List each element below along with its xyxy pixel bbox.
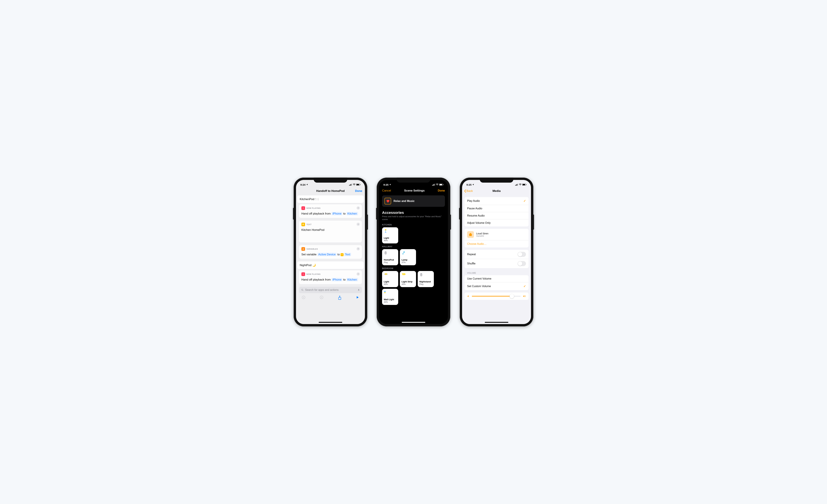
accessory-tile[interactable]: NightstandPlay (418, 271, 434, 287)
accessory-tile[interactable]: Wall Light42% (382, 289, 398, 305)
shortcut-section-header[interactable]: NightPod 🌙 (297, 261, 363, 269)
scene-icon-picker[interactable] (384, 198, 391, 204)
audio-group: Loud Siren HomeKit Choose Audio… (465, 229, 529, 247)
token-variable-value[interactable]: Text (344, 253, 351, 256)
svg-rect-13 (432, 185, 433, 186)
svg-rect-32 (516, 185, 517, 186)
token-destination[interactable]: Kitchen (346, 212, 358, 215)
redo-icon[interactable] (320, 296, 324, 299)
accessory-tile[interactable]: Lamp37% (400, 249, 416, 265)
tile-grid: Light40% (382, 227, 445, 243)
set-custom-volume-row[interactable]: Set Custom Volume ✓ (465, 283, 529, 290)
svg-rect-0 (349, 185, 350, 186)
heart-icon (386, 199, 390, 203)
undo-icon[interactable] (302, 296, 305, 299)
action-type-label: NOW PLAYING (306, 273, 321, 275)
status-time: 9:25 (383, 183, 388, 186)
accessories-heading: Accessories (382, 210, 445, 215)
media-action-row[interactable]: Adjust Volume Only (465, 219, 529, 226)
use-current-volume-row[interactable]: Use Current Volume (465, 275, 529, 283)
svg-rect-31 (515, 185, 516, 186)
checkmark-icon: ✓ (524, 285, 526, 288)
run-icon[interactable] (356, 296, 359, 299)
battery-icon (439, 184, 444, 186)
home-indicator[interactable] (402, 322, 425, 323)
accessory-tile[interactable]: Light42% (382, 271, 398, 287)
token-source-device[interactable]: iPhone (332, 212, 342, 215)
action-sentence: Hand off playback from iPhone to Kitchen (301, 278, 359, 282)
nav-bar: Cancel Scene Settings Done (379, 187, 448, 194)
action-type-label: VARIABLES (306, 248, 318, 250)
accessory-state: Play (420, 283, 432, 286)
action-card-text[interactable]: ✕ TEXT Kitchen HomePod (299, 220, 362, 242)
svg-rect-6 (360, 184, 360, 185)
svg-rect-30 (384, 292, 385, 293)
cellular-icon (432, 184, 435, 186)
location-icon (472, 184, 474, 186)
svg-rect-18 (440, 184, 442, 185)
microphone-icon[interactable] (357, 289, 360, 292)
repeat-row[interactable]: Repeat (465, 250, 529, 259)
accessory-state: 37% (401, 261, 415, 264)
nowplaying-icon (301, 272, 305, 276)
accessory-icon (401, 251, 415, 256)
notch (480, 178, 513, 183)
scene-name: Relax and Music (393, 200, 415, 203)
bottom-toolbar (297, 293, 363, 300)
accessory-icon (420, 273, 432, 278)
share-icon[interactable] (338, 296, 342, 300)
battery-icon (522, 184, 527, 186)
volume-slider[interactable] (472, 296, 521, 297)
action-card-nowplaying[interactable]: ✕ NOW PLAYING Hand off playback from iPh… (299, 204, 362, 218)
scene-name-row[interactable]: Relax and Music (382, 195, 445, 207)
done-button[interactable]: Done (438, 189, 445, 192)
volume-mode-group: Use Current Volume Set Custom Volume ✓ (465, 275, 529, 290)
svg-rect-37 (526, 184, 527, 185)
delete-action-icon[interactable]: ✕ (356, 206, 360, 210)
shortcut-section-header[interactable]: KitchenPod 🍽️ (297, 195, 363, 203)
svg-line-8 (303, 290, 303, 291)
shuffle-switch[interactable] (518, 261, 526, 266)
accessory-name: Light (384, 237, 396, 239)
search-bar[interactable]: Search for apps and actions (299, 287, 362, 293)
battery-icon (356, 184, 360, 186)
svg-rect-3 (352, 184, 352, 186)
status-time: 9:25 (467, 183, 472, 186)
choose-audio-button[interactable]: Choose Audio… (465, 240, 529, 247)
status-time: 9:24 (300, 183, 305, 186)
home-indicator[interactable] (319, 322, 342, 323)
variables-icon: x (301, 247, 305, 251)
accessory-name: Nightstand (420, 281, 432, 283)
repeat-switch[interactable] (518, 252, 526, 257)
token-variable-name[interactable]: Active Device (318, 253, 337, 256)
svg-rect-16 (435, 184, 435, 186)
room-label: KITCHEN (382, 223, 445, 226)
selected-audio-row[interactable]: Loud Siren HomeKit (465, 229, 529, 240)
accessory-tile[interactable]: Light Strip42% (400, 271, 416, 287)
token-source-device[interactable]: iPhone (332, 278, 342, 282)
svg-rect-33 (517, 184, 518, 186)
cancel-button[interactable]: Cancel (382, 189, 391, 192)
done-button[interactable]: Done (352, 189, 362, 193)
svg-rect-19 (443, 184, 443, 185)
tile-grid: Light42%Light Strip42%NightstandPlayWall… (382, 271, 445, 305)
volume-high-icon (523, 295, 526, 298)
accessory-tile[interactable]: Light40% (382, 227, 398, 243)
home-indicator[interactable] (485, 322, 508, 323)
audio-source: HomeKit (476, 235, 488, 237)
wifi-icon (519, 184, 522, 186)
nav-title: Scene Settings (404, 189, 425, 192)
media-action-row[interactable]: Resume Audio (465, 212, 529, 219)
text-content[interactable]: Kitchen HomePod (301, 228, 359, 232)
accessory-state: 42% (401, 283, 415, 286)
cellular-icon (515, 184, 518, 186)
accessory-icon (384, 251, 396, 256)
action-card-nowplaying[interactable]: ✕ NOW PLAYING Hand off playback from iPh… (299, 270, 362, 284)
accessory-tile[interactable]: HomePodPlay (382, 249, 398, 265)
media-action-row[interactable]: Play Audio✓ (465, 197, 529, 205)
shuffle-row[interactable]: Shuffle (465, 259, 529, 268)
location-icon (306, 184, 308, 186)
action-card-variables[interactable]: ✕ x VARIABLES Set variable Active Device… (299, 245, 362, 259)
token-destination[interactable]: Kitchen (346, 278, 358, 282)
media-action-row[interactable]: Pause Audio (465, 205, 529, 212)
